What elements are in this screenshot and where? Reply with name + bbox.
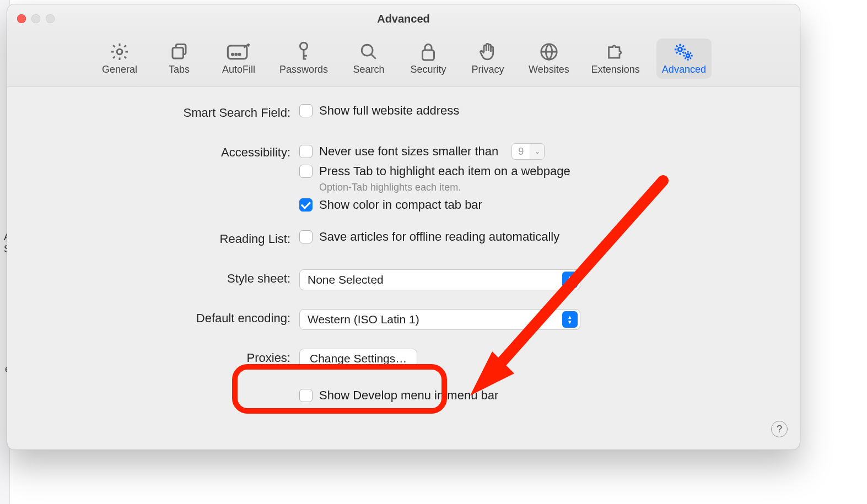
default-encoding-value: Western (ISO Latin 1)	[308, 313, 419, 326]
show-full-url-label: Show full website address	[319, 104, 459, 118]
globe-icon	[540, 41, 558, 63]
search-icon	[359, 41, 378, 63]
tab-label: Passwords	[279, 64, 328, 75]
tab-websites[interactable]: Websites	[523, 39, 575, 79]
svg-point-11	[686, 54, 690, 57]
key-icon	[295, 41, 312, 63]
style-sheet-popup[interactable]: None Selected	[299, 269, 580, 290]
window-title: Advanced	[7, 13, 800, 25]
accessibility-label: Accessibility:	[7, 143, 299, 160]
tab-label: General	[102, 64, 137, 75]
default-encoding-popup[interactable]: Western (ISO Latin 1)	[299, 309, 580, 330]
lock-icon	[420, 41, 437, 63]
popup-arrows-icon	[562, 311, 578, 328]
min-font-size-value: 9	[512, 144, 530, 159]
min-font-size-checkbox[interactable]	[299, 145, 313, 158]
gear-icon	[110, 41, 130, 63]
tab-autofill[interactable]: AutoFill	[214, 39, 263, 79]
show-develop-label: Show Develop menu in menu bar	[319, 388, 498, 403]
tab-label: Websites	[529, 64, 569, 75]
chevron-down-icon[interactable]: ⌄	[530, 144, 544, 159]
svg-point-10	[678, 47, 682, 51]
preferences-toolbar: General Tabs AutoFill Passwords Search	[7, 33, 800, 87]
style-sheet-value: None Selected	[308, 273, 384, 286]
tab-label: Security	[411, 64, 446, 75]
tab-advanced[interactable]: Advanced	[656, 39, 712, 79]
svg-point-4	[235, 53, 237, 55]
style-sheet-label: Style sheet:	[7, 269, 299, 286]
min-font-size-label: Never use font sizes smaller than	[319, 144, 498, 159]
min-font-size-stepper[interactable]: 9 ⌄	[511, 143, 545, 160]
preferences-window: Advanced General Tabs AutoFill Passwords	[7, 4, 800, 450]
offline-reading-label: Save articles for offline reading automa…	[319, 230, 559, 244]
tab-label: Tabs	[169, 64, 190, 75]
advanced-pane: Smart Search Field: Show full website ad…	[7, 87, 800, 410]
svg-rect-1	[173, 48, 184, 59]
puzzle-icon	[606, 41, 626, 63]
gears-icon	[673, 41, 695, 63]
press-tab-hint: Option-Tab highlights each item.	[319, 182, 800, 193]
tab-passwords[interactable]: Passwords	[274, 39, 333, 79]
autofill-icon	[227, 41, 251, 63]
tab-security[interactable]: Security	[404, 39, 453, 79]
press-tab-label: Press Tab to highlight each item on a we…	[319, 164, 570, 178]
press-tab-checkbox[interactable]	[299, 165, 313, 178]
svg-rect-8	[423, 50, 434, 60]
popup-arrows-icon	[562, 272, 578, 288]
smart-search-label: Smart Search Field:	[7, 104, 299, 120]
tab-tabs[interactable]: Tabs	[155, 39, 203, 79]
svg-point-0	[117, 49, 122, 55]
tab-extensions[interactable]: Extensions	[586, 39, 645, 79]
tab-label: Search	[353, 64, 385, 75]
tab-label: Extensions	[591, 64, 640, 75]
compact-color-checkbox[interactable]	[299, 198, 313, 212]
show-develop-checkbox[interactable]	[299, 389, 313, 402]
tab-label: Privacy	[472, 64, 504, 75]
reading-list-label: Reading List:	[7, 230, 299, 246]
svg-point-7	[362, 45, 373, 56]
svg-point-5	[239, 53, 240, 55]
change-settings-button[interactable]: Change Settings…	[299, 349, 417, 368]
tab-label: AutoFill	[222, 64, 255, 75]
help-button[interactable]: ?	[771, 421, 788, 437]
tabs-icon	[169, 41, 189, 63]
svg-point-6	[300, 42, 308, 50]
show-full-url-checkbox[interactable]	[299, 104, 313, 117]
title-bar: Advanced	[7, 4, 800, 33]
hand-icon	[478, 41, 497, 63]
tab-general[interactable]: General	[95, 39, 144, 79]
tab-search[interactable]: Search	[344, 39, 393, 79]
default-encoding-label: Default encoding:	[7, 309, 299, 326]
svg-point-3	[232, 53, 234, 55]
tab-privacy[interactable]: Privacy	[464, 39, 512, 79]
proxies-label: Proxies:	[7, 349, 299, 365]
compact-color-label: Show color in compact tab bar	[319, 198, 482, 212]
tab-label: Advanced	[662, 64, 706, 75]
offline-reading-checkbox[interactable]	[299, 230, 313, 243]
